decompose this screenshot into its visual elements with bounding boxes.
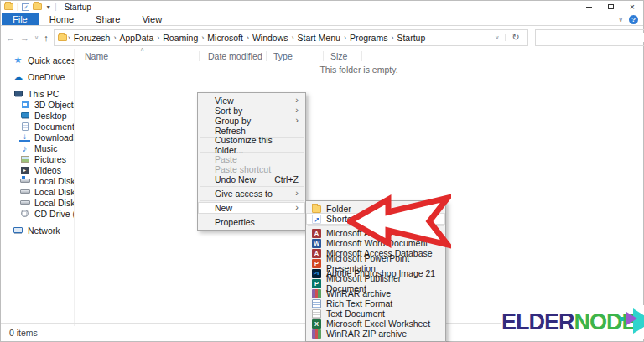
menu-item-sort-by[interactable]: Sort by› [199, 106, 304, 116]
close-button[interactable]: × [621, 1, 643, 13]
sidebar-item-local-disk-e[interactable]: Local Disk (E:) [1, 197, 74, 208]
tab-home[interactable]: Home [39, 13, 85, 25]
search-box [535, 29, 644, 46]
sidebar-item-3d-objects[interactable]: 3D Objects [1, 99, 74, 110]
menu-item-view[interactable]: View› [199, 96, 304, 106]
sidebar-item-quick-access[interactable]: ★Quick access [1, 54, 74, 65]
menu-item-label: Paste [215, 154, 237, 164]
address-dropdown-chevron-icon[interactable]: ∨ [489, 34, 506, 41]
chevron-right-icon: › [295, 105, 299, 115]
eldernode-logo: ELDERNODE [501, 305, 644, 339]
new-folder-qat-icon[interactable] [33, 3, 42, 10]
submenu-item-label: Microsoft Excel Worksheet [326, 319, 430, 329]
sidebar-item-label: Videos [34, 165, 61, 175]
breadcrumb-item-microsoft[interactable]: Microsoft [205, 33, 246, 43]
address-bar[interactable]: › Foruzesh › AppData › Roaming › Microso… [54, 29, 528, 46]
help-icon[interactable]: ? [629, 15, 638, 24]
menu-item-give-access-to[interactable]: Give access to› [199, 189, 304, 199]
menu-item-group-by[interactable]: Group by› [199, 116, 304, 126]
up-button[interactable]: ↑ [44, 33, 49, 43]
properties-qat-icon[interactable]: ✓ [22, 3, 29, 11]
text-icon [312, 309, 321, 319]
customize-qat-chevron-icon[interactable]: ▼ [45, 4, 51, 10]
submenu-item-winrar-zip-archive[interactable]: WinRAR ZIP archive [307, 329, 444, 339]
breadcrumb-item-startup[interactable]: Startup [394, 33, 428, 43]
sort-ascending-icon: ∧ [140, 46, 144, 53]
breadcrumb-item-appdata[interactable]: AppData [117, 33, 156, 43]
refresh-icon[interactable]: ↻ [506, 32, 525, 43]
minimize-button[interactable] [578, 1, 600, 13]
expand-ribbon-icon[interactable]: ∨ [618, 16, 623, 23]
menu-item-label: Give access to [215, 189, 273, 199]
chevron-right-icon: › [295, 115, 299, 125]
tab-file[interactable]: File [2, 13, 39, 25]
column-header-label: Type [273, 51, 293, 61]
sidebar-item-this-pc[interactable]: This PC [1, 88, 74, 99]
submenu-item-excel-worksheet[interactable]: XMicrosoft Excel Worksheet [307, 319, 444, 329]
sidebar-item-label: 3D Objects [34, 100, 75, 110]
search-input[interactable] [540, 33, 644, 42]
menu-item-paste: Paste [199, 154, 304, 164]
menu-item-new[interactable]: New› [199, 203, 304, 213]
recent-locations-chevron-icon[interactable]: ∨ [34, 34, 39, 41]
submenu-item-powerpoint-presentation[interactable]: PMicrosoft PowerPoint Presentation [307, 258, 444, 268]
submenu-item-label: WinRAR ZIP archive [326, 329, 407, 339]
sidebar-item-local-disk-d[interactable]: Local Disk (D:) [1, 186, 74, 197]
minimize-icon [586, 7, 592, 8]
breadcrumb: › Foruzesh › AppData › Roaming › Microso… [67, 33, 490, 43]
submenu-item-text-document[interactable]: Text Document [307, 308, 444, 319]
breadcrumb-item-foruzesh[interactable]: Foruzesh [71, 33, 113, 43]
address-row: ← → ∨ ↑ › Foruzesh › AppData › Roaming ›… [1, 26, 643, 49]
chevron-right-icon: › [295, 188, 299, 198]
breadcrumb-item-windows[interactable]: Windows [250, 33, 291, 43]
breadcrumb-item-roaming[interactable]: Roaming [160, 33, 200, 43]
back-button[interactable]: ← [6, 33, 15, 43]
sidebar-item-cd-drive-h[interactable]: CD Drive (H:) [1, 208, 74, 219]
submenu-item-rich-text-format[interactable]: Rich Text Format [307, 298, 444, 308]
restore-button[interactable] [600, 1, 621, 13]
column-header-type[interactable]: Type [267, 51, 324, 61]
explorer-window: | ✓ ▼ | Startup × File Home Share View ∨… [0, 0, 644, 342]
sidebar-item-onedrive[interactable]: ☁OneDrive [1, 71, 74, 82]
menu-item-undo-new[interactable]: Undo NewCtrl+Z [199, 174, 304, 184]
sidebar-item-music[interactable]: ♪Music [1, 142, 74, 153]
breadcrumb-item-start-menu[interactable]: Start Menu [295, 33, 343, 43]
sidebar-item-documents[interactable]: Documents [1, 121, 74, 132]
menu-separator [200, 186, 304, 187]
sidebar-item-label: Local Disk (E:) [34, 198, 75, 208]
sidebar-item-network[interactable]: Network [1, 225, 74, 236]
menu-item-properties[interactable]: Properties [199, 217, 304, 227]
ribbon-right-controls: ∨ ? [618, 13, 638, 26]
logo-triangles-icon [626, 307, 644, 337]
column-header-size[interactable]: Size [324, 51, 362, 61]
forward-button[interactable]: → [20, 33, 29, 43]
sidebar-item-label: Downloads [34, 132, 75, 142]
sidebar-item-label: CD Drive (H:) [34, 209, 75, 219]
sidebar-item-videos[interactable]: ▸Videos [1, 164, 74, 175]
tab-view[interactable]: View [131, 13, 173, 25]
ribbon-tabs: File Home Share View ∨ ? [1, 13, 643, 26]
menu-item-label: Sort by [215, 106, 242, 116]
tab-share[interactable]: Share [85, 13, 131, 25]
folder-icon [312, 205, 321, 213]
breadcrumb-item-programs[interactable]: Programs [347, 33, 391, 43]
chevron-right-icon: › [295, 202, 299, 212]
sidebar-item-desktop[interactable]: Desktop [1, 110, 74, 121]
location-folder-icon [58, 34, 67, 41]
sidebar-item-local-disk-c[interactable]: Local Disk (C:) [1, 175, 74, 186]
menu-separator [200, 200, 304, 201]
sidebar: ★Quick access ☁OneDrive This PC 3D Objec… [1, 49, 75, 326]
submenu-item-publisher-document[interactable]: PMicrosoft Publisher Document [307, 278, 444, 288]
monitor-icon [13, 89, 23, 99]
sidebar-item-pictures[interactable]: Pictures [1, 153, 74, 164]
menu-item-customize-this-folder[interactable]: Customize this folder... [199, 140, 304, 150]
winrar-icon [312, 329, 321, 339]
sidebar-item-label: Local Disk (D:) [34, 187, 75, 197]
column-header-name[interactable]: Name∧ [75, 51, 200, 61]
sidebar-item-label: OneDrive [28, 72, 65, 82]
sidebar-item-downloads[interactable]: ↓Downloads [1, 132, 74, 142]
column-header-label: Date modified [208, 51, 262, 61]
titlebar: | ✓ ▼ | Startup × [1, 1, 643, 13]
chevron-right-icon: › [295, 95, 299, 105]
column-header-date-modified[interactable]: Date modified [200, 51, 267, 61]
